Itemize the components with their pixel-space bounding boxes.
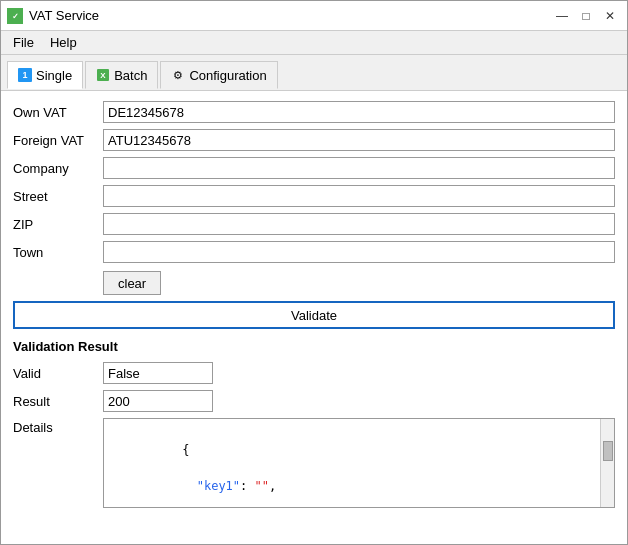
menu-help[interactable]: Help — [42, 33, 85, 52]
content-area: Own VAT Foreign VAT Company Street ZIP T… — [1, 91, 627, 544]
result-label: Result — [13, 394, 103, 409]
action-buttons: clear — [13, 271, 615, 295]
company-row: Company — [13, 157, 615, 179]
details-label: Details — [13, 418, 103, 435]
title-bar: ✓ VAT Service — □ ✕ — [1, 1, 627, 31]
zip-row: ZIP — [13, 213, 615, 235]
own-vat-input[interactable] — [103, 101, 615, 123]
tab-config-label: Configuration — [189, 68, 266, 83]
details-scrollbar[interactable] — [600, 419, 614, 507]
tab-bar: 1 Single X Batch ⚙ Configuration — [1, 55, 627, 91]
tab-single[interactable]: 1 Single — [7, 61, 83, 89]
company-input[interactable] — [103, 157, 615, 179]
valid-input[interactable] — [103, 362, 213, 384]
maximize-button[interactable]: □ — [575, 5, 597, 27]
main-window: ✓ VAT Service — □ ✕ File Help 1 Single X — [0, 0, 628, 545]
zip-input[interactable] — [103, 213, 615, 235]
foreign-vat-input[interactable] — [103, 129, 615, 151]
result-input[interactable] — [103, 390, 213, 412]
foreign-vat-row: Foreign VAT — [13, 129, 615, 151]
zip-label: ZIP — [13, 217, 103, 232]
result-row: Result — [13, 390, 615, 412]
minimize-button[interactable]: — — [551, 5, 573, 27]
scrollbar-thumb — [603, 441, 613, 461]
single-tab-icon: 1 — [18, 68, 32, 82]
valid-label: Valid — [13, 366, 103, 381]
app-icon: ✓ — [7, 8, 23, 24]
company-label: Company — [13, 161, 103, 176]
town-input[interactable] — [103, 241, 615, 263]
tab-single-label: Single — [36, 68, 72, 83]
own-vat-row: Own VAT — [13, 101, 615, 123]
svg-text:X: X — [100, 71, 106, 80]
foreign-vat-label: Foreign VAT — [13, 133, 103, 148]
town-row: Town — [13, 241, 615, 263]
tab-config[interactable]: ⚙ Configuration — [160, 61, 277, 89]
window-title: VAT Service — [29, 8, 99, 23]
clear-button[interactable]: clear — [103, 271, 161, 295]
street-input[interactable] — [103, 185, 615, 207]
street-label: Street — [13, 189, 103, 204]
validation-result-title: Validation Result — [13, 339, 615, 354]
street-row: Street — [13, 185, 615, 207]
details-row: Details { "key1": "", "key2": "", "ownva… — [13, 418, 615, 508]
title-bar-left: ✓ VAT Service — [7, 8, 99, 24]
tab-batch-label: Batch — [114, 68, 147, 83]
window-controls: — □ ✕ — [551, 5, 621, 27]
tab-batch[interactable]: X Batch — [85, 61, 158, 89]
validate-button[interactable]: Validate — [13, 301, 615, 329]
menu-file[interactable]: File — [5, 33, 42, 52]
menu-bar: File Help — [1, 31, 627, 55]
svg-text:✓: ✓ — [12, 12, 19, 21]
own-vat-label: Own VAT — [13, 105, 103, 120]
config-tab-icon: ⚙ — [171, 68, 185, 82]
close-button[interactable]: ✕ — [599, 5, 621, 27]
details-box[interactable]: { "key1": "", "key2": "", "ownvat": "DE1… — [103, 418, 615, 508]
batch-tab-icon: X — [96, 68, 110, 82]
valid-row: Valid — [13, 362, 615, 384]
town-label: Town — [13, 245, 103, 260]
